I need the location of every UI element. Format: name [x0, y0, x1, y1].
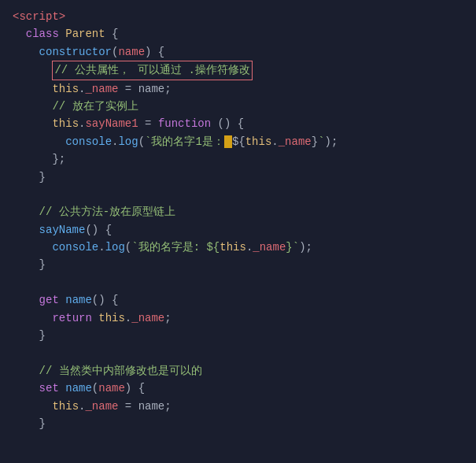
- code-line-6: // 放在了实例上: [13, 98, 463, 115]
- code-line-4: // 公共属性， 可以通过 .操作符修改: [13, 61, 463, 80]
- code-line-22: set name ( name ) {: [13, 380, 463, 397]
- code-line-12: // 公共方法-放在原型链上: [13, 203, 463, 220]
- script-tag: <script>: [13, 8, 65, 25]
- code-line-11: [13, 186, 463, 203]
- cursor-highlight: [224, 135, 232, 148]
- code-line-21: // 当然类中内部修改也是可以的: [13, 362, 463, 380]
- code-line-7: this . sayName1 = function () {: [13, 115, 463, 132]
- code-line-20: [13, 344, 463, 361]
- code-line-17: get name () {: [13, 291, 463, 309]
- code-line-1: <script>: [13, 8, 463, 25]
- code-line-16: [13, 274, 463, 291]
- code-line-10: }: [13, 169, 463, 186]
- code-line-18: return this . _name ;: [13, 309, 463, 327]
- code-line-13: sayName () {: [13, 221, 463, 239]
- code-line-3: constructor ( name ) {: [13, 43, 463, 61]
- code-editor: <script> class Parent { constructor ( na…: [0, 0, 476, 463]
- code-line-14: console . log ( `我的名字是: ${ this . _name …: [13, 239, 463, 256]
- code-line-23: this . _name = name;: [13, 398, 463, 415]
- code-line-8: console . log ( `我的名字1是： ${ this . _name…: [13, 133, 463, 150]
- code-line-24: }: [13, 415, 463, 432]
- code-line-19: }: [13, 327, 463, 344]
- code-line-15: }: [13, 256, 463, 273]
- code-line-5: this . _name = name;: [13, 80, 463, 98]
- code-line-2: class Parent {: [13, 25, 463, 43]
- code-line-9: };: [13, 150, 463, 168]
- highlight-comment: // 公共属性， 可以通过 .操作符修改: [52, 61, 252, 80]
